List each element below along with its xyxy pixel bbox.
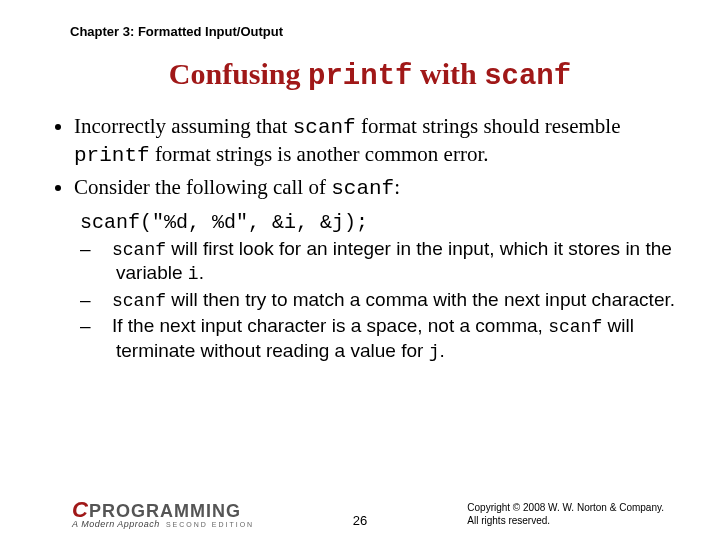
code-i: i [188,264,199,284]
code-scanf: scanf [112,291,166,311]
sub-1: –scanf will first look for an integer in… [98,237,678,286]
copyright: Copyright © 2008 W. W. Norton & Company.… [467,501,664,527]
chapter-label: Chapter 3: Formatted Input/Output [70,24,678,39]
text: Consider the following call of [74,175,331,199]
text: format strings is another common error. [150,142,489,166]
dash-icon: – [98,314,112,338]
text: format strings should resemble [356,114,621,138]
code-example: scanf("%d, %d", &i, &j); [80,210,678,235]
copyright-line2: All rights reserved. [467,514,664,527]
footer: CPROGRAMMING A Modern ApproachSECOND EDI… [0,500,720,528]
sub-bullets: –scanf will first look for an integer in… [98,237,678,364]
logo-edition: SECOND EDITION [166,521,254,528]
logo-sub-text: A Modern Approach [72,519,160,529]
title-code-printf: printf [308,60,412,93]
title-pre: Confusing [169,57,308,90]
title-mid: with [412,57,484,90]
dash-icon: – [98,237,112,261]
text: Incorrectly assuming that [74,114,293,138]
sub-2: –scanf will then try to match a comma wi… [98,288,678,313]
bullet-2: Consider the following call of scanf: [74,174,678,202]
bullet-1: Incorrectly assuming that scanf format s… [74,113,678,170]
main-bullets: Incorrectly assuming that scanf format s… [48,113,678,202]
logo-subtitle: A Modern ApproachSECOND EDITION [72,520,254,528]
logo-main: CPROGRAMMING [72,500,254,520]
text: If the next input character is a space, … [112,315,548,336]
text: . [439,340,444,361]
sub-3: –If the next input character is a space,… [98,314,678,363]
text: . [199,262,204,283]
code-scanf: scanf [112,240,166,260]
slide-title: Confusing printf with scanf [62,57,678,93]
dash-icon: – [98,288,112,312]
copyright-line1: Copyright © 2008 W. W. Norton & Company. [467,501,664,514]
text: : [394,175,400,199]
book-logo: CPROGRAMMING A Modern ApproachSECOND EDI… [72,500,254,528]
title-code-scanf: scanf [484,60,571,93]
content-area: Incorrectly assuming that scanf format s… [42,113,678,363]
code-scanf: scanf [548,317,602,337]
code-scanf: scanf [293,116,356,139]
page-number: 26 [353,513,367,528]
code-printf: printf [74,144,150,167]
code-scanf: scanf [331,177,394,200]
code-j: j [429,342,440,362]
text: will then try to match a comma with the … [166,289,675,310]
